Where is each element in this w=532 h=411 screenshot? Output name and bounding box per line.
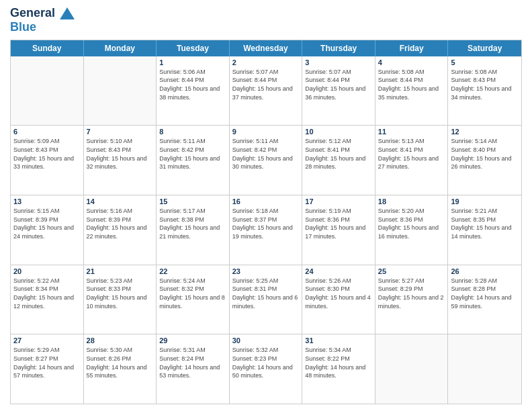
- day-number: 2: [232, 58, 300, 66]
- day-number: 23: [232, 267, 300, 275]
- day-number: 6: [13, 128, 81, 136]
- day-info: Sunrise: 5:13 AM Sunset: 8:41 PM Dayligh…: [378, 137, 445, 171]
- day-info: Sunrise: 5:08 AM Sunset: 8:44 PM Dayligh…: [378, 68, 445, 101]
- day-cell: 14Sunrise: 5:16 AM Sunset: 8:39 PM Dayli…: [84, 195, 157, 265]
- day-header-sunday: Sunday: [11, 40, 84, 56]
- day-cell: 23Sunrise: 5:25 AM Sunset: 8:31 PM Dayli…: [230, 265, 303, 334]
- day-header-wednesday: Wednesday: [230, 40, 303, 56]
- week-row-1: 1Sunrise: 5:06 AM Sunset: 8:44 PM Daylig…: [11, 56, 521, 126]
- day-number: 21: [87, 267, 154, 275]
- day-number: 14: [87, 197, 154, 205]
- day-cell: 7Sunrise: 5:10 AM Sunset: 8:43 PM Daylig…: [84, 126, 157, 195]
- day-number: 1: [159, 58, 226, 66]
- day-info: Sunrise: 5:22 AM Sunset: 8:34 PM Dayligh…: [13, 277, 81, 310]
- week-row-2: 6Sunrise: 5:09 AM Sunset: 8:43 PM Daylig…: [11, 126, 521, 195]
- day-header-friday: Friday: [375, 40, 449, 56]
- day-cell: [375, 334, 449, 404]
- day-info: Sunrise: 5:07 AM Sunset: 8:44 PM Dayligh…: [232, 68, 300, 101]
- day-number: 31: [305, 336, 372, 345]
- day-cell: 22Sunrise: 5:24 AM Sunset: 8:32 PM Dayli…: [157, 265, 230, 334]
- day-info: Sunrise: 5:15 AM Sunset: 8:39 PM Dayligh…: [13, 207, 81, 240]
- day-cell: 10Sunrise: 5:12 AM Sunset: 8:41 PM Dayli…: [302, 126, 375, 195]
- day-number: 7: [87, 128, 154, 136]
- day-cell: 5Sunrise: 5:08 AM Sunset: 8:43 PM Daylig…: [448, 56, 521, 126]
- day-header-thursday: Thursday: [302, 40, 375, 56]
- day-info: Sunrise: 5:28 AM Sunset: 8:28 PM Dayligh…: [451, 277, 519, 310]
- day-cell: 25Sunrise: 5:27 AM Sunset: 8:29 PM Dayli…: [375, 265, 449, 334]
- day-info: Sunrise: 5:14 AM Sunset: 8:40 PM Dayligh…: [451, 137, 519, 171]
- day-info: Sunrise: 5:30 AM Sunset: 8:26 PM Dayligh…: [87, 346, 154, 379]
- day-info: Sunrise: 5:18 AM Sunset: 8:37 PM Dayligh…: [232, 207, 300, 240]
- day-number: 16: [232, 197, 300, 205]
- day-info: Sunrise: 5:09 AM Sunset: 8:43 PM Dayligh…: [13, 137, 81, 171]
- day-cell: 17Sunrise: 5:19 AM Sunset: 8:36 PM Dayli…: [302, 195, 375, 265]
- day-info: Sunrise: 5:16 AM Sunset: 8:39 PM Dayligh…: [87, 207, 154, 240]
- day-number: 30: [232, 336, 300, 345]
- day-info: Sunrise: 5:19 AM Sunset: 8:36 PM Dayligh…: [305, 207, 372, 240]
- day-cell: 11Sunrise: 5:13 AM Sunset: 8:41 PM Dayli…: [375, 126, 449, 195]
- logo: General Blue: [10, 7, 75, 34]
- day-cell: 20Sunrise: 5:22 AM Sunset: 8:34 PM Dayli…: [11, 265, 84, 334]
- day-cell: [448, 334, 521, 404]
- day-info: Sunrise: 5:21 AM Sunset: 8:35 PM Dayligh…: [451, 207, 519, 240]
- day-info: Sunrise: 5:11 AM Sunset: 8:42 PM Dayligh…: [232, 137, 300, 171]
- header: General Blue: [10, 7, 522, 34]
- day-info: Sunrise: 5:11 AM Sunset: 8:42 PM Dayligh…: [159, 137, 226, 171]
- day-number: 15: [159, 197, 226, 205]
- day-number: 8: [159, 128, 226, 136]
- day-number: 29: [159, 336, 226, 345]
- week-row-4: 20Sunrise: 5:22 AM Sunset: 8:34 PM Dayli…: [11, 265, 521, 335]
- day-header-tuesday: Tuesday: [157, 40, 230, 56]
- day-headers: SundayMondayTuesdayWednesdayThursdayFrid…: [11, 40, 521, 56]
- day-number: 27: [13, 336, 81, 345]
- day-cell: 2Sunrise: 5:07 AM Sunset: 8:44 PM Daylig…: [230, 56, 303, 126]
- day-info: Sunrise: 5:26 AM Sunset: 8:30 PM Dayligh…: [305, 277, 372, 310]
- logo-icon: [60, 7, 75, 19]
- day-number: 9: [232, 128, 300, 136]
- day-header-saturday: Saturday: [448, 40, 521, 56]
- day-cell: 29Sunrise: 5:31 AM Sunset: 8:24 PM Dayli…: [157, 334, 230, 404]
- day-cell: 16Sunrise: 5:18 AM Sunset: 8:37 PM Dayli…: [230, 195, 303, 265]
- day-cell: 24Sunrise: 5:26 AM Sunset: 8:30 PM Dayli…: [302, 265, 375, 334]
- day-cell: 15Sunrise: 5:17 AM Sunset: 8:38 PM Dayli…: [157, 195, 230, 265]
- day-number: 28: [87, 336, 154, 345]
- day-cell: 4Sunrise: 5:08 AM Sunset: 8:44 PM Daylig…: [375, 56, 449, 126]
- svg-marker-0: [60, 7, 75, 19]
- day-info: Sunrise: 5:31 AM Sunset: 8:24 PM Dayligh…: [159, 346, 226, 379]
- day-cell: 30Sunrise: 5:32 AM Sunset: 8:23 PM Dayli…: [230, 334, 303, 404]
- day-cell: 1Sunrise: 5:06 AM Sunset: 8:44 PM Daylig…: [157, 56, 230, 126]
- day-info: Sunrise: 5:12 AM Sunset: 8:41 PM Dayligh…: [305, 137, 372, 171]
- day-number: 12: [451, 128, 519, 136]
- page: General Blue SundayMondayTuesdayWednesda…: [0, 0, 532, 411]
- day-number: 26: [451, 267, 519, 275]
- day-cell: 9Sunrise: 5:11 AM Sunset: 8:42 PM Daylig…: [230, 126, 303, 195]
- day-cell: 31Sunrise: 5:34 AM Sunset: 8:22 PM Dayli…: [302, 334, 375, 404]
- day-header-monday: Monday: [84, 40, 157, 56]
- day-info: Sunrise: 5:06 AM Sunset: 8:44 PM Dayligh…: [159, 68, 226, 101]
- day-info: Sunrise: 5:17 AM Sunset: 8:38 PM Dayligh…: [159, 207, 226, 240]
- day-number: 19: [451, 197, 519, 205]
- day-number: 13: [13, 197, 81, 205]
- day-cell: 12Sunrise: 5:14 AM Sunset: 8:40 PM Dayli…: [448, 126, 521, 195]
- week-row-3: 13Sunrise: 5:15 AM Sunset: 8:39 PM Dayli…: [11, 195, 521, 265]
- day-info: Sunrise: 5:29 AM Sunset: 8:27 PM Dayligh…: [13, 346, 81, 379]
- day-cell: 21Sunrise: 5:23 AM Sunset: 8:33 PM Dayli…: [84, 265, 157, 334]
- day-number: 17: [305, 197, 372, 205]
- day-number: 22: [159, 267, 226, 275]
- day-cell: 18Sunrise: 5:20 AM Sunset: 8:36 PM Dayli…: [375, 195, 449, 265]
- day-cell: 28Sunrise: 5:30 AM Sunset: 8:26 PM Dayli…: [84, 334, 157, 404]
- day-info: Sunrise: 5:20 AM Sunset: 8:36 PM Dayligh…: [378, 207, 445, 240]
- calendar-body: 1Sunrise: 5:06 AM Sunset: 8:44 PM Daylig…: [11, 56, 521, 404]
- day-number: 4: [378, 58, 445, 66]
- day-number: 5: [451, 58, 519, 66]
- day-info: Sunrise: 5:32 AM Sunset: 8:23 PM Dayligh…: [232, 346, 300, 379]
- day-info: Sunrise: 5:08 AM Sunset: 8:43 PM Dayligh…: [451, 68, 519, 101]
- logo-text: General: [10, 7, 75, 20]
- day-number: 3: [305, 58, 372, 66]
- day-cell: 26Sunrise: 5:28 AM Sunset: 8:28 PM Dayli…: [448, 265, 521, 334]
- day-cell: [84, 56, 157, 126]
- day-info: Sunrise: 5:24 AM Sunset: 8:32 PM Dayligh…: [159, 277, 226, 310]
- day-cell: 8Sunrise: 5:11 AM Sunset: 8:42 PM Daylig…: [157, 126, 230, 195]
- calendar: SundayMondayTuesdayWednesdayThursdayFrid…: [10, 40, 522, 404]
- day-cell: 13Sunrise: 5:15 AM Sunset: 8:39 PM Dayli…: [11, 195, 84, 265]
